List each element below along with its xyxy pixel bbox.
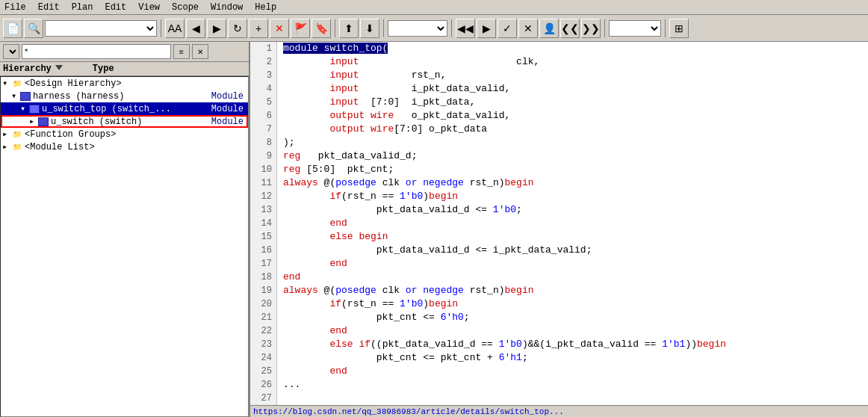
menu-bar: File Edit Plan Edit View Scope Window He… (0, 0, 868, 15)
code-line-9: reg pkt_data_valid_d; (283, 149, 862, 163)
toolbar-btn-last[interactable]: ⊞ (669, 19, 689, 38)
num-1b0: 1'b0 (400, 298, 423, 309)
toolbar-dropdown3[interactable] (609, 20, 661, 37)
type-label: Type (93, 64, 114, 74)
line-numbers: 1 2 3 4 5 6 7 8 9 10 11 12 13 14 15 16 1… (250, 42, 277, 405)
tree-item-function-groups[interactable]: ▸ 📁 <Function Groups> (1, 128, 248, 140)
tree-item-switch-top[interactable]: ▾ u_switch_top (switch_... Module (1, 102, 248, 115)
menu-window[interactable]: Window (209, 2, 244, 13)
module-icon (20, 92, 31, 101)
left-panel: * ≡ ✕ Hierarchy Type ▾ 📁 <Design Hierarc… (0, 42, 250, 417)
code-area[interactable]: 1 2 3 4 5 6 7 8 9 10 11 12 13 14 15 16 1… (250, 42, 868, 405)
tree-item-module-list[interactable]: ▸ 📁 <Module List> (1, 140, 248, 153)
toolbar-btn-refresh[interactable]: ↻ (228, 19, 247, 38)
search-close-btn[interactable]: ✕ (192, 44, 208, 59)
code-line-3: input rst_n, (283, 69, 862, 82)
expand-icon: ▸ (2, 129, 11, 140)
signal-valid: i_pkt_data_valid, (412, 83, 511, 94)
code-line-2: input clk, (283, 55, 862, 69)
code-line-16: pkt_data_valid_d <= i_pkt_data_valid; (283, 244, 862, 257)
toolbar-dropdown2[interactable] (388, 20, 447, 37)
ln-10: 10 (255, 163, 272, 176)
ln-27: 27 (255, 392, 272, 405)
kw-or: or (406, 177, 418, 188)
toolbar-btn-nav3[interactable]: ✓ (497, 19, 517, 38)
num-1b0: 1'b0 (400, 191, 423, 202)
menu-edit[interactable]: Edit (37, 2, 61, 13)
code-line-23: end (283, 324, 862, 338)
toolbar-btn-aa[interactable]: AA (165, 19, 185, 38)
kw-output: output (329, 123, 365, 135)
toolbar-btn-bookmark[interactable]: 🔖 (311, 19, 331, 38)
toolbar-btn-nav7[interactable]: ❯❯ (581, 19, 601, 38)
toolbar-btn-nav5[interactable]: 👤 (539, 19, 559, 38)
code-line-11: always @(posedge clk or negedge rst_n)be… (283, 176, 862, 190)
toolbar-search-btn[interactable]: 🔍 (24, 19, 43, 38)
ln-8: 8 (255, 136, 272, 149)
kw-begin: begin (697, 339, 726, 350)
tree-item-harness[interactable]: ▾ harness (harness) Module (1, 90, 248, 102)
code-content[interactable]: module switch_top( input clk, input rst_… (277, 42, 868, 405)
toolbar-btn-fwd[interactable]: ▶ (207, 19, 226, 38)
expand-icon: ▾ (11, 90, 20, 102)
toolbar-btn-nav2[interactable]: ▶ (477, 19, 496, 38)
tree-item-design-hierarchy[interactable]: ▾ 📁 <Design Hierarchy> (1, 77, 248, 90)
toolbar-btn-nav6[interactable]: ❮❮ (560, 19, 580, 38)
ln-12: 12 (255, 190, 272, 203)
ln-23: 23 (255, 338, 272, 351)
code-line-6: output wire o_pkt_data_valid, (283, 109, 862, 123)
toolbar-btn-back[interactable]: ◀ (186, 19, 205, 38)
ln-16: 16 (255, 244, 272, 257)
code-line-10: reg [5:0] pkt_cnt; (283, 163, 862, 176)
search-scope-dropdown[interactable]: * (3, 44, 19, 59)
kw-posedge: posedge (335, 285, 376, 296)
menu-edit2[interactable]: Edit (103, 2, 128, 13)
filter-icon (55, 65, 63, 72)
toolbar-new-btn[interactable]: 📄 (3, 19, 22, 38)
signal-rst: rst_n, (412, 70, 447, 81)
ln-18: 18 (255, 271, 272, 284)
ln-20: 20 (255, 297, 272, 311)
toolbar-btn-down[interactable]: ⬇ (360, 19, 379, 38)
menu-view[interactable]: View (137, 2, 161, 13)
tree-item-switch[interactable]: ▸ u_switch (switch) Module (1, 115, 248, 128)
toolbar-btn-nav4[interactable]: ✕ (518, 19, 538, 38)
item-label: u_switch_top (switch_... (42, 104, 211, 114)
toolbar-btn-up[interactable]: ⬆ (339, 19, 359, 38)
menu-plan[interactable]: Plan (70, 2, 95, 13)
status-text: https://blog.csdn.net/qq_38986983/articl… (253, 407, 564, 416)
ln-3: 3 (255, 69, 272, 82)
item-label: harness (harness) (33, 91, 211, 102)
right-panel: 1 2 3 4 5 6 7 8 9 10 11 12 13 14 15 16 1… (250, 42, 868, 417)
expand-icon: ▾ (20, 103, 29, 114)
ln-21: 21 (255, 311, 272, 324)
kw-end: end (329, 365, 347, 377)
kw-wire: wire (371, 123, 394, 135)
toolbar-btn-x[interactable]: ✕ (270, 19, 289, 38)
ln-19: 19 (255, 284, 272, 297)
module-icon (38, 117, 49, 126)
kw-begin: begin (504, 177, 533, 188)
item-label: <Function Groups> (25, 129, 247, 140)
tree-container[interactable]: ▾ 📁 <Design Hierarchy> ▾ harness (harnes… (0, 76, 249, 417)
kw-always: always (283, 177, 318, 188)
menu-file[interactable]: File (3, 2, 28, 13)
code-line-17: end (283, 257, 862, 271)
ln-15: 15 (255, 230, 272, 244)
toolbar-dropdown1[interactable] (45, 20, 157, 37)
search-filter-btn[interactable]: ≡ (173, 44, 190, 59)
kw-input: input (329, 56, 359, 67)
kw-reg: reg (283, 164, 300, 175)
hierarchy-title: Hierarchy (3, 64, 63, 74)
menu-scope[interactable]: Scope (170, 2, 200, 13)
ln-25: 25 (255, 365, 272, 378)
toolbar-btn-nav1[interactable]: ◀◀ (456, 19, 475, 38)
code-line-4: input i_pkt_data_valid, (283, 82, 862, 96)
toolbar-btn-flag[interactable]: 🚩 (291, 19, 310, 38)
menu-help[interactable]: Help (253, 2, 278, 13)
item-type: Module (211, 117, 247, 127)
folder-icon: 📁 (11, 142, 23, 152)
kw-input: input (329, 70, 359, 81)
search-input[interactable] (22, 44, 171, 59)
toolbar-btn-add[interactable]: + (249, 19, 268, 38)
